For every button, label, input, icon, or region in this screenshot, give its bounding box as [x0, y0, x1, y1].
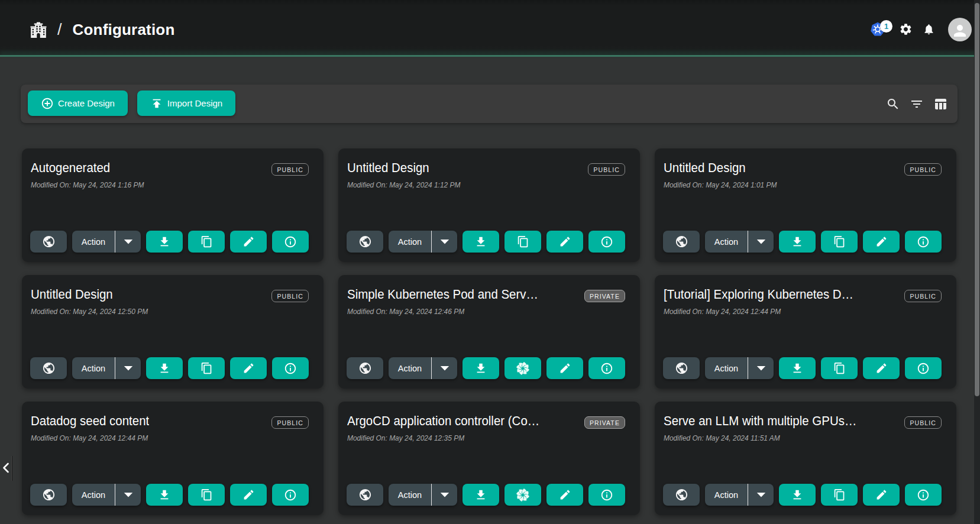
modified-on-text: Modified On: May 24, 2024 1:01 PM	[664, 180, 777, 189]
pencil-icon	[875, 489, 888, 501]
create-design-button[interactable]: Create Design	[28, 90, 128, 116]
edit-button[interactable]	[230, 231, 267, 253]
info-button[interactable]	[905, 484, 942, 506]
visibility-badge: PRIVATE	[584, 290, 625, 302]
action-dropdown-button[interactable]	[115, 357, 141, 379]
handle-divider-line	[11, 456, 12, 481]
info-button[interactable]	[588, 484, 625, 506]
clone-button[interactable]	[821, 357, 858, 379]
scrollbar-thumb[interactable]	[975, 3, 979, 396]
design-spiral-button[interactable]	[504, 357, 541, 379]
visibility-badge: PUBLIC	[271, 290, 309, 302]
table-view-button[interactable]	[933, 97, 947, 111]
copy-icon	[517, 235, 529, 248]
action-dropdown-button[interactable]	[115, 484, 141, 506]
filter-button[interactable]	[910, 97, 924, 111]
action-button[interactable]: Action	[705, 357, 748, 379]
edit-button[interactable]	[546, 231, 583, 253]
clone-button[interactable]	[821, 231, 858, 253]
action-button[interactable]: Action	[705, 484, 748, 506]
action-dropdown-button[interactable]	[432, 484, 457, 506]
edit-button[interactable]	[546, 357, 583, 379]
download-button[interactable]	[462, 357, 499, 379]
edit-button[interactable]	[230, 484, 267, 506]
info-button[interactable]	[272, 231, 309, 253]
action-button[interactable]: Action	[705, 231, 748, 253]
user-avatar[interactable]	[948, 18, 972, 41]
search-button[interactable]	[886, 97, 900, 111]
action-button[interactable]: Action	[72, 231, 115, 253]
info-button[interactable]	[905, 231, 942, 253]
download-button[interactable]	[779, 231, 816, 253]
visibility-globe-button[interactable]	[347, 357, 383, 379]
modified-on-text: Modified On: May 24, 2024 1:12 PM	[347, 180, 460, 189]
download-button[interactable]	[146, 231, 183, 253]
globe-icon	[42, 235, 56, 248]
download-button[interactable]	[779, 357, 816, 379]
edit-button[interactable]	[546, 484, 583, 506]
gear-icon	[899, 22, 913, 36]
download-button[interactable]	[462, 484, 499, 506]
action-dropdown-button[interactable]	[748, 357, 774, 379]
design-title: ArgoCD application controller (Co…	[347, 413, 539, 429]
card-actions: Action	[30, 357, 309, 379]
pencil-icon	[242, 489, 255, 501]
organization-building-icon[interactable]	[30, 21, 47, 38]
info-button[interactable]	[272, 484, 309, 506]
action-split-button: Action	[705, 231, 774, 253]
action-dropdown-button[interactable]	[748, 231, 774, 253]
design-spiral-button[interactable]	[504, 484, 541, 506]
settings-button[interactable]	[899, 22, 913, 36]
info-button[interactable]	[588, 357, 625, 379]
clone-button[interactable]	[188, 231, 225, 253]
clone-button[interactable]	[188, 484, 225, 506]
edit-button[interactable]	[863, 357, 900, 379]
caret-down-icon	[124, 493, 133, 497]
edit-button[interactable]	[230, 357, 267, 379]
visibility-globe-button[interactable]	[30, 357, 67, 379]
modified-on-text: Modified On: May 24, 2024 12:50 PM	[31, 307, 148, 316]
notifications-button[interactable]	[923, 23, 935, 35]
action-dropdown-button[interactable]	[115, 231, 141, 253]
action-button[interactable]: Action	[72, 357, 115, 379]
action-button[interactable]: Action	[389, 231, 431, 253]
visibility-globe-button[interactable]	[663, 231, 700, 253]
download-button[interactable]	[146, 484, 183, 506]
collapse-panel-handle[interactable]	[0, 455, 14, 481]
clone-button[interactable]	[821, 484, 858, 506]
edit-button[interactable]	[863, 484, 900, 506]
action-split-button: Action	[705, 357, 774, 379]
info-button[interactable]	[588, 231, 625, 253]
visibility-globe-button[interactable]	[663, 357, 700, 379]
table-view-icon	[933, 97, 947, 111]
globe-icon	[42, 488, 56, 502]
action-dropdown-button[interactable]	[432, 357, 457, 379]
action-button[interactable]: Action	[389, 484, 431, 506]
caret-down-icon	[756, 240, 766, 244]
visibility-globe-button[interactable]	[30, 231, 67, 253]
info-button[interactable]	[905, 357, 942, 379]
action-button[interactable]: Action	[72, 484, 115, 506]
action-button[interactable]: Action	[389, 357, 431, 379]
download-icon	[791, 362, 804, 375]
action-dropdown-button[interactable]	[748, 484, 774, 506]
clone-button[interactable]	[188, 357, 225, 379]
scrollbar[interactable]	[974, 0, 980, 524]
visibility-globe-button[interactable]	[347, 484, 383, 506]
info-button[interactable]	[272, 357, 309, 379]
clone-button[interactable]	[504, 231, 541, 253]
visibility-globe-button[interactable]	[30, 484, 67, 506]
download-button[interactable]	[462, 231, 499, 253]
kubernetes-context-count-badge[interactable]: 1	[880, 20, 892, 33]
download-icon	[474, 489, 487, 502]
visibility-globe-button[interactable]	[663, 484, 700, 506]
download-button[interactable]	[146, 357, 183, 379]
import-design-button[interactable]: Import Design	[137, 90, 235, 116]
download-button[interactable]	[779, 484, 816, 506]
card-actions: Action	[663, 484, 942, 506]
visibility-globe-button[interactable]	[347, 231, 383, 253]
action-dropdown-button[interactable]	[432, 231, 457, 253]
edit-button[interactable]	[863, 231, 900, 253]
modified-on-text: Modified On: May 24, 2024 12:44 PM	[664, 307, 781, 316]
info-icon	[284, 362, 297, 375]
